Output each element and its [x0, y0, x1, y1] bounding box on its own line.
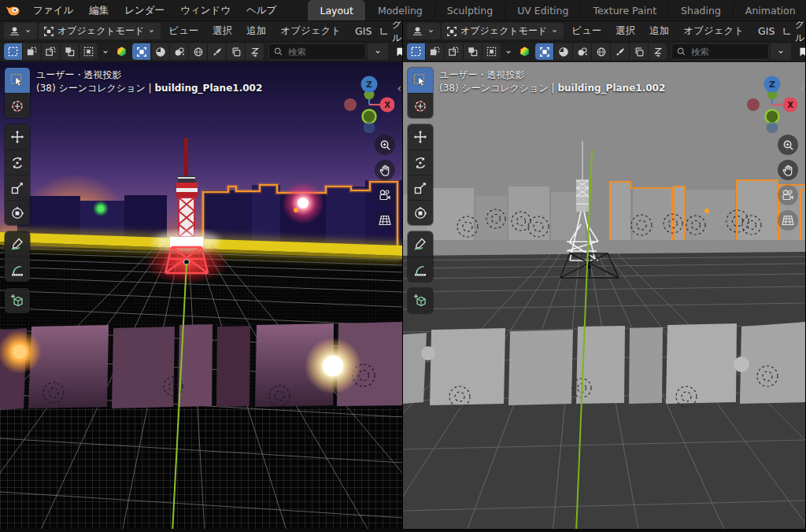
pan-button[interactable] [375, 160, 395, 180]
pie-sphere-button[interactable] [151, 43, 169, 60]
axis-y[interactable] [363, 110, 376, 124]
tool-select-box[interactable] [5, 68, 30, 93]
redo-z-button[interactable] [246, 43, 264, 60]
tool-measure[interactable] [5, 257, 30, 282]
metaball-button[interactable] [170, 43, 188, 60]
mode-selector[interactable]: オブジェクトモード [442, 23, 564, 39]
tool-options-chevron[interactable] [502, 43, 514, 60]
search-box[interactable] [268, 43, 366, 60]
menu-edit[interactable]: 編集 [81, 4, 116, 17]
select-mode-new[interactable] [4, 43, 22, 60]
object-mode-toggle[interactable] [132, 43, 150, 60]
mode-selector[interactable]: オブジェクトモード [39, 23, 161, 39]
select-mode-new[interactable] [407, 43, 425, 60]
brush-button[interactable] [611, 43, 629, 60]
bookmark-button[interactable] [390, 43, 403, 60]
menu-add[interactable]: 追加 [643, 24, 675, 38]
tool-rotate[interactable] [408, 150, 433, 175]
menu-select[interactable]: 選択 [609, 24, 641, 38]
axis-neg-x[interactable] [344, 98, 357, 111]
menu-object[interactable]: オブジェクト [677, 24, 750, 38]
axis-neg-z[interactable] [767, 122, 778, 134]
rainbow-sphere-button[interactable] [516, 43, 534, 60]
tool-cursor[interactable] [5, 93, 30, 118]
tool-scale[interactable] [408, 175, 433, 200]
select-mode-invert[interactable] [464, 43, 482, 60]
tab-uv-editing[interactable]: UV Editing [505, 0, 580, 20]
tool-move[interactable] [408, 124, 433, 150]
zoom-button[interactable] [778, 135, 798, 155]
menu-gis[interactable]: GIS [349, 25, 378, 37]
collapse-chevron-button[interactable] [771, 43, 791, 60]
menu-file[interactable]: ファイル [25, 4, 81, 17]
duplicate-button[interactable] [630, 43, 648, 60]
globe-button[interactable] [592, 43, 610, 60]
tool-measure[interactable] [408, 257, 433, 282]
axis-y[interactable] [766, 110, 779, 124]
select-mode-invert[interactable] [61, 43, 79, 60]
globe-button[interactable] [189, 43, 207, 60]
tab-shading[interactable]: Shading [668, 0, 733, 20]
pie-sphere-button[interactable] [554, 43, 572, 60]
menu-object[interactable]: オブジェクト [274, 24, 347, 38]
navigation-gizmo[interactable]: Z X [344, 68, 394, 133]
camera-view-button[interactable] [778, 185, 798, 205]
menu-view[interactable]: ビュー [162, 24, 205, 38]
collapse-chevron-button[interactable] [368, 43, 388, 60]
camera-view-button[interactable] [375, 185, 395, 205]
blender-logo-icon[interactable] [5, 2, 20, 18]
menu-gis[interactable]: GIS [752, 25, 781, 37]
sidebar-collapse-arrow[interactable]: ‹ [800, 83, 804, 94]
viewport-left-canvas[interactable]: ユーザー・透視投影 (38) シーンコレクション | building_Plan… [0, 62, 402, 532]
tool-move[interactable] [5, 124, 30, 150]
tool-scale[interactable] [5, 175, 30, 200]
select-mode-subtract[interactable] [42, 43, 60, 60]
menu-window[interactable]: ウィンドウ [172, 4, 238, 17]
search-box[interactable] [671, 43, 769, 60]
perspective-toggle-button[interactable] [778, 210, 798, 231]
axis-neg-x[interactable] [747, 98, 760, 111]
perspective-toggle-button[interactable] [375, 210, 395, 231]
metaball-button[interactable] [573, 43, 591, 60]
zoom-button[interactable] [375, 135, 395, 155]
tool-select-box[interactable] [408, 68, 433, 93]
editor-type-button[interactable] [407, 23, 440, 39]
tool-add-cube[interactable] [5, 288, 30, 313]
duplicate-button[interactable] [227, 43, 245, 60]
select-mode-intersect[interactable] [79, 43, 98, 60]
select-mode-extend[interactable] [23, 43, 41, 60]
tool-annotate[interactable] [5, 231, 30, 257]
tab-layout[interactable]: Layout [308, 0, 365, 20]
select-mode-extend[interactable] [426, 43, 444, 60]
rainbow-sphere-button[interactable] [113, 43, 131, 60]
tool-transform[interactable] [408, 200, 433, 225]
select-mode-intersect[interactable] [482, 43, 501, 60]
object-mode-toggle[interactable] [535, 43, 553, 60]
pan-button[interactable] [778, 160, 798, 180]
tool-annotate[interactable] [408, 231, 433, 257]
tab-sculpting[interactable]: Sculpting [434, 0, 505, 20]
tab-animation[interactable]: Animation [733, 0, 806, 20]
menu-select[interactable]: 選択 [206, 24, 238, 38]
viewport-right-canvas[interactable]: ユーザー・透視投影 (38) シーンコレクション | building_Plan… [403, 62, 805, 532]
tool-options-chevron[interactable] [99, 43, 111, 60]
navigation-gizmo[interactable]: Z X [747, 68, 797, 133]
menu-help[interactable]: ヘルプ [238, 4, 284, 17]
editor-type-button[interactable] [4, 23, 37, 39]
sidebar-collapse-arrow[interactable]: ‹ [397, 83, 401, 94]
tool-rotate[interactable] [5, 150, 30, 175]
axis-neg-z[interactable] [364, 122, 375, 134]
menu-add[interactable]: 追加 [240, 24, 272, 38]
bookmark-button[interactable] [793, 43, 806, 60]
brush-button[interactable] [208, 43, 226, 60]
menu-view[interactable]: ビュー [565, 24, 608, 38]
search-input[interactable] [287, 46, 351, 58]
tab-modeling[interactable]: Modeling [365, 0, 434, 20]
tool-cursor[interactable] [408, 93, 433, 118]
select-mode-subtract[interactable] [445, 43, 463, 60]
menu-render[interactable]: レンダー [116, 4, 172, 17]
search-input[interactable] [690, 46, 754, 58]
tool-transform[interactable] [5, 200, 30, 225]
tool-add-cube[interactable] [408, 288, 433, 313]
redo-z-button[interactable] [649, 43, 667, 60]
